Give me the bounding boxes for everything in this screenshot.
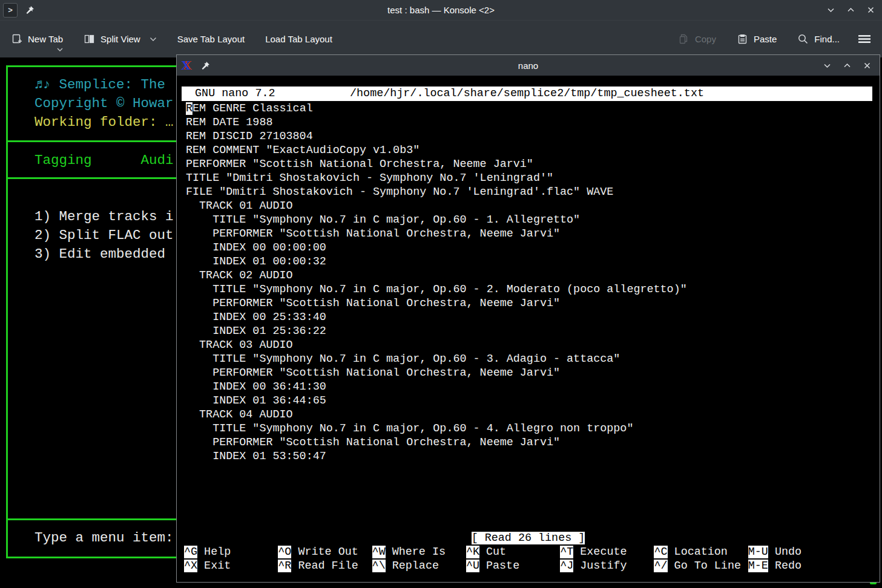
shortcut-key: ^R xyxy=(278,560,291,572)
nano-status-line: [ Read 26 lines ] xyxy=(177,531,880,545)
nano-text-line: TITLE "Dmitri Shostakovich - Symphony No… xyxy=(186,171,687,185)
nano-shortcut[interactable]: ^J Justify xyxy=(560,559,654,573)
load-tab-layout-button[interactable]: Load Tab Layout xyxy=(264,33,334,45)
nano-text-line: TRACK 01 AUDIO xyxy=(186,199,687,213)
nano-file-path: /home/hjr/.local/share/semplice2/tmp/tmp… xyxy=(182,87,872,101)
nano-text-line: TRACK 02 AUDIO xyxy=(186,269,687,283)
nano-text-line: INDEX 01 00:00:32 xyxy=(186,255,687,269)
text-cursor: R xyxy=(186,102,193,115)
window-controls xyxy=(826,0,876,20)
shortcut-key: ^/ xyxy=(654,560,667,572)
nano-shortcut-bar: ^G Help^O Write Out^W Where Is^K Cut^T E… xyxy=(184,545,880,573)
shortcut-key: ^W xyxy=(372,546,386,558)
nano-shortcut[interactable]: ^K Cut xyxy=(466,545,560,559)
nano-shortcut[interactable]: ^O Write Out xyxy=(278,545,372,559)
shortcut-label: Location xyxy=(668,546,728,558)
split-view-button[interactable]: Split View xyxy=(82,32,158,46)
nano-text-line: PERFORMER "Scottish National Orchestra, … xyxy=(186,157,687,171)
semplice-border-bottom xyxy=(6,557,177,558)
nano-shortcut[interactable]: ^/ Go To Line xyxy=(654,559,748,573)
nano-close-button[interactable] xyxy=(862,60,872,71)
semplice-border-left xyxy=(6,65,8,557)
shortcut-key: M-U xyxy=(748,546,768,558)
shortcut-label: Write Out xyxy=(291,546,358,558)
nano-maximize-button[interactable] xyxy=(842,60,852,71)
save-tab-layout-button[interactable]: Save Tab Layout xyxy=(176,33,246,45)
nano-text-line: REM DISCID 27103804 xyxy=(186,129,687,143)
paste-label: Paste xyxy=(754,34,777,44)
shortcut-key: ^O xyxy=(278,546,291,558)
nano-text-line: INDEX 00 25:33:40 xyxy=(186,310,687,324)
save-tab-layout-label: Save Tab Layout xyxy=(177,34,245,44)
nano-text-line: INDEX 01 25:36:22 xyxy=(186,324,687,338)
split-view-icon xyxy=(84,33,95,45)
nano-editor-text[interactable]: REM GENRE ClassicalREM DATE 1988REM DISC… xyxy=(186,102,687,463)
close-button[interactable] xyxy=(866,5,876,15)
semplice-text-line: 1) Merge tracks i xyxy=(35,207,174,226)
shortcut-label: Undo xyxy=(768,546,801,558)
semplice-text-line: Tagging Audi xyxy=(35,151,174,170)
nano-text-line: TRACK 04 AUDIO xyxy=(186,408,687,422)
nano-header-bar: GNU nano 7.2 /home/hjr/.local/share/semp… xyxy=(182,87,872,101)
nano-text-line: INDEX 01 36:44:65 xyxy=(186,394,687,408)
toolbar-right: Copy Paste Find... xyxy=(659,32,872,46)
find-button[interactable]: Find... xyxy=(796,32,841,46)
shortcut-key: ^K xyxy=(466,546,479,558)
nano-window-title: nano xyxy=(177,60,880,71)
split-view-label: Split View xyxy=(100,34,140,44)
shortcut-label: Where Is xyxy=(386,546,446,558)
hamburger-menu-button[interactable] xyxy=(857,33,872,45)
shortcut-key: M-E xyxy=(748,560,768,572)
shortcut-label: Exit xyxy=(197,560,231,572)
shortcut-key: ^U xyxy=(466,560,479,572)
nano-window-controls xyxy=(822,55,872,76)
nano-titlebar: XX nano xyxy=(177,55,880,76)
konsole-window: > test : bash — Konsole <2> New xyxy=(0,0,882,588)
nano-shortcut[interactable]: ^X Exit xyxy=(184,559,278,573)
new-tab-button[interactable]: New Tab xyxy=(10,32,64,46)
nano-shortcut[interactable]: ^C Location xyxy=(654,545,748,559)
semplice-divider-1 xyxy=(6,140,177,142)
shortcut-label: Redo xyxy=(768,560,801,572)
nano-terminal[interactable]: GNU nano 7.2 /home/hjr/.local/share/semp… xyxy=(177,76,880,582)
window-title: test : bash — Konsole <2> xyxy=(0,5,882,15)
copy-button[interactable]: Copy xyxy=(677,32,717,46)
nano-text-line: PERFORMER "Scottish National Orchestra, … xyxy=(186,366,687,380)
shortcut-key: ^\ xyxy=(372,560,386,572)
nano-shortcut[interactable]: ^G Help xyxy=(184,545,278,559)
shortcut-label: Justify xyxy=(573,560,627,572)
chevron-down-icon[interactable] xyxy=(150,37,157,42)
nano-text-line: TRACK 03 AUDIO xyxy=(186,338,687,352)
nano-shortcut[interactable]: ^T Execute xyxy=(560,545,654,559)
nano-minimize-button[interactable] xyxy=(822,60,832,71)
chevron-down-icon[interactable] xyxy=(57,48,63,51)
maximize-button[interactable] xyxy=(846,5,856,15)
nano-shortcut[interactable]: M-E Redo xyxy=(748,559,842,573)
shortcut-label: Execute xyxy=(573,546,627,558)
search-icon xyxy=(797,33,809,45)
paste-button[interactable]: Paste xyxy=(736,32,778,46)
semplice-pane: ♬♪ Semplice: TheCopyright © HowarWorking… xyxy=(0,57,177,588)
nano-shortcut[interactable]: ^U Paste xyxy=(466,559,560,573)
nano-text-line: INDEX 01 53:50:47 xyxy=(186,449,687,463)
minimize-button[interactable] xyxy=(826,5,836,15)
paste-icon xyxy=(737,33,748,45)
new-tab-label: New Tab xyxy=(28,34,63,44)
nano-window: XX nano GNU nan xyxy=(176,54,880,583)
nano-shortcut[interactable]: ^\ Replace xyxy=(372,559,466,573)
nano-text-line: TITLE "Symphony No.7 in C major, Op.60 -… xyxy=(186,213,687,227)
find-label: Find... xyxy=(814,34,840,44)
semplice-text-line: 2) Split FLAC out xyxy=(35,226,174,245)
shortcut-label: Paste xyxy=(479,560,519,572)
nano-shortcut[interactable]: ^R Read File xyxy=(278,559,372,573)
toolbar: New Tab Split View Save Tab Layout Load … xyxy=(0,20,882,57)
semplice-text-line: 3) Edit embedded xyxy=(35,245,165,264)
nano-text-line: REM COMMENT "ExactAudioCopy v1.0b3" xyxy=(186,143,687,157)
semplice-border-top xyxy=(6,65,177,67)
nano-text-line: TITLE "Symphony No.7 in C major, Op.60 -… xyxy=(186,283,687,296)
nano-text-line: TITLE "Symphony No.7 in C major, Op.60 -… xyxy=(186,352,687,366)
nano-shortcut[interactable]: M-U Undo xyxy=(748,545,842,559)
nano-shortcut[interactable]: ^W Where Is xyxy=(372,545,466,559)
shortcut-label: Read File xyxy=(291,560,358,572)
load-tab-layout-label: Load Tab Layout xyxy=(265,34,332,44)
